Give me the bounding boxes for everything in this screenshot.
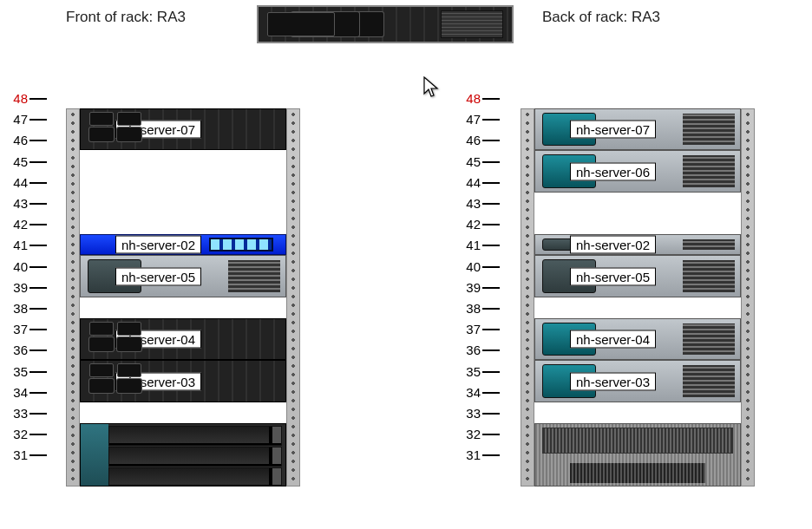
- u-tick: [482, 266, 500, 268]
- device-disk-array[interactable]: [80, 423, 286, 487]
- u-tick: [29, 98, 47, 100]
- u-number: 41: [460, 238, 481, 252]
- u-tick: [482, 349, 500, 351]
- u-number: 46: [7, 133, 28, 147]
- u-number: 32: [460, 427, 481, 441]
- u-tick: [29, 203, 47, 205]
- u-number: 39: [7, 280, 28, 295]
- device-back-nh-server-05[interactable]: nh-server-05: [534, 255, 741, 297]
- u-tick: [29, 119, 47, 121]
- u-tick: [482, 224, 500, 225]
- u-number: 43: [7, 196, 28, 211]
- u-tick: [482, 371, 500, 373]
- device-label: nh-server-07: [570, 121, 656, 139]
- u-tick: [482, 287, 500, 289]
- u-number: 35: [7, 364, 28, 379]
- device-back-nh-server-02[interactable]: nh-server-02: [534, 234, 741, 255]
- array-controller: [81, 424, 108, 486]
- device-nh-server-03[interactable]: nh-server-03: [80, 360, 286, 402]
- u-number: 37: [460, 322, 481, 336]
- drive-tray: [108, 447, 282, 467]
- u-tick: [29, 308, 47, 310]
- device-label: nh-server-04: [570, 330, 656, 349]
- device-label: nh-server-05: [115, 267, 201, 285]
- u-tick: [29, 413, 47, 415]
- u-tick: [29, 434, 47, 435]
- u-number: 34: [460, 385, 481, 400]
- device-nh-server-05[interactable]: nh-server-05: [80, 255, 286, 297]
- u-tick: [482, 392, 500, 394]
- u-tick: [29, 349, 47, 351]
- u-tick: [29, 392, 47, 394]
- ruler-back: 484746454443424140393837363534333231: [460, 99, 500, 498]
- device-label: nh-server-02: [115, 236, 201, 254]
- stage: Front of rack: RA3 Back of rack: RA3 484…: [0, 0, 812, 529]
- u-number: 45: [460, 154, 481, 169]
- device-label: nh-server-03: [570, 372, 656, 390]
- u-tick: [482, 245, 500, 246]
- u-tick: [482, 308, 500, 310]
- u-tick: [482, 454, 500, 456]
- device-back-nh-server-04[interactable]: nh-server-04: [534, 318, 741, 360]
- u-number: 41: [7, 238, 28, 252]
- u-number: 48: [7, 91, 28, 106]
- u-tick: [482, 119, 500, 121]
- u-number: 48: [460, 91, 481, 106]
- u-tick: [482, 203, 500, 205]
- u-number: 37: [7, 322, 28, 336]
- drive-tray: [108, 467, 282, 486]
- u-tick: [482, 161, 500, 163]
- device-back-nh-server-06[interactable]: nh-server-06: [534, 150, 741, 192]
- cursor-icon: [423, 76, 439, 99]
- device-nh-server-02[interactable]: nh-server-02: [80, 234, 286, 255]
- device-nh-server-04[interactable]: nh-server-04: [80, 318, 286, 360]
- u-tick: [482, 413, 500, 415]
- u-tick: [29, 245, 47, 246]
- device-label: nh-server-03: [115, 372, 201, 390]
- device-label: nh-server-04: [115, 330, 201, 349]
- u-tick: [29, 140, 47, 141]
- u-number: 34: [7, 385, 28, 400]
- u-tick: [482, 140, 500, 141]
- u-number: 40: [460, 259, 481, 274]
- u-number: 32: [7, 427, 28, 441]
- u-number: 45: [7, 154, 28, 169]
- u-tick: [29, 287, 47, 289]
- rail-back-right: [741, 108, 755, 487]
- u-number: 38: [460, 301, 481, 316]
- u-number: 44: [460, 175, 481, 190]
- rack-front: nh-server-07nh-server-02nh-server-05nh-s…: [66, 108, 300, 487]
- rail-back-left: [521, 108, 534, 487]
- back-rack-title: Back of rack: RA3: [542, 9, 660, 26]
- device-nh-server-07[interactable]: nh-server-07: [80, 108, 286, 150]
- u-tick: [482, 329, 500, 330]
- u-number: 36: [460, 343, 481, 357]
- u-tick: [29, 266, 47, 268]
- u-tick: [29, 454, 47, 456]
- dragged-device[interactable]: [257, 5, 514, 43]
- u-number: 42: [7, 217, 28, 232]
- device-back-nh-server-03[interactable]: nh-server-03: [534, 360, 741, 402]
- u-tick: [29, 371, 47, 373]
- rail-front-right: [286, 108, 300, 487]
- device-back-disk-array[interactable]: [534, 423, 741, 487]
- u-tick: [482, 182, 500, 184]
- u-number: 42: [460, 217, 481, 232]
- rack-back-content: nh-server-07nh-server-06nh-server-02nh-s…: [534, 108, 741, 487]
- u-tick: [29, 329, 47, 330]
- u-number: 35: [460, 364, 481, 379]
- u-number: 46: [460, 133, 481, 147]
- u-number: 33: [460, 406, 481, 421]
- u-tick: [482, 98, 500, 100]
- u-number: 31: [7, 447, 28, 462]
- ruler-front: 484746454443424140393837363534333231: [7, 99, 47, 498]
- device-label: nh-server-02: [570, 236, 656, 254]
- u-number: 40: [7, 259, 28, 274]
- u-number: 43: [460, 196, 481, 211]
- device-back-nh-server-07[interactable]: nh-server-07: [534, 108, 741, 150]
- device-label: nh-server-05: [570, 267, 656, 285]
- u-tick: [29, 224, 47, 225]
- drive-tray: [108, 426, 282, 446]
- rack-front-content: nh-server-07nh-server-02nh-server-05nh-s…: [80, 108, 286, 487]
- u-tick: [29, 182, 47, 184]
